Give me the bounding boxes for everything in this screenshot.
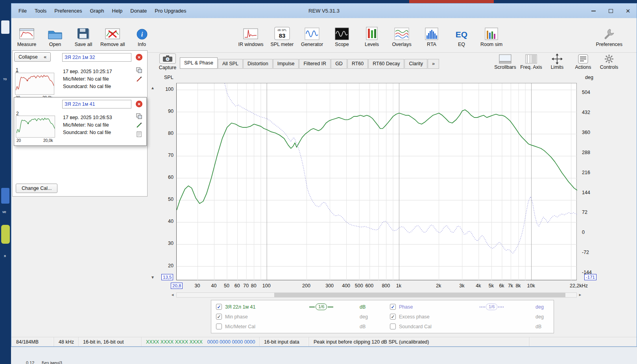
overlays-button[interactable]: Overlays <box>390 24 413 47</box>
freq-axis-tick: 500 <box>355 283 363 289</box>
desktop-icon[interactable] <box>1 20 9 34</box>
svg-text:dB SPL: dB SPL <box>277 29 287 31</box>
spl-smoothing-badge[interactable]: 1/6 <box>309 303 333 310</box>
freq-axis-tick: 800 <box>382 283 390 289</box>
measure-button[interactable]: Measure <box>15 24 38 47</box>
min-phase-checkbox[interactable] <box>216 314 222 320</box>
preferences-button[interactable]: Preferences <box>596 24 622 47</box>
menu-tools[interactable]: Tools <box>31 4 50 18</box>
excess-phase-checkbox[interactable] <box>390 314 396 320</box>
memory-status: 84/184MB <box>11 337 54 346</box>
scroll-right-arrow[interactable]: ► <box>578 293 582 297</box>
tab-distortion[interactable]: Distortion <box>243 59 273 69</box>
phase-trace-checkbox[interactable] <box>390 304 396 310</box>
menu-preferences[interactable]: Preferences <box>50 4 86 18</box>
desktop-icon[interactable] <box>1 188 9 204</box>
eq-button[interactable]: EQ EQ <box>450 24 473 47</box>
phase-smoothing-badge[interactable]: 1/6 <box>480 303 504 310</box>
pan-up-arrow[interactable]: ▲ <box>151 86 155 90</box>
minimize-icon <box>591 11 596 11</box>
excess-phase-cell: Excess phase <box>390 312 480 322</box>
pencil-icon[interactable] <box>136 122 142 128</box>
soundcard-cal-cell: Soundcard Cal <box>390 322 480 331</box>
levels-icon <box>366 24 378 40</box>
tab-all-spl[interactable]: All SPL <box>218 59 243 69</box>
info-button[interactable]: i Info <box>131 24 153 47</box>
capture-button[interactable]: Capture <box>156 53 179 70</box>
soundcard-cal-unit-cell: dB <box>535 322 554 331</box>
scroll-left-arrow[interactable]: ◄ <box>171 293 174 297</box>
menu-graph[interactable]: Graph <box>86 4 108 18</box>
generator-button[interactable]: Generator <box>301 24 323 47</box>
measurement-2-soundcard-cal: Soundcard: No cal file <box>63 130 111 135</box>
trace-options-icon[interactable] <box>136 67 142 73</box>
horizontal-scrollbar[interactable] <box>176 292 577 298</box>
desktop-icon-label: то <box>3 77 7 81</box>
measurement-1-delete-button[interactable] <box>136 54 142 61</box>
spl-axis-tick: 20 <box>159 263 174 268</box>
ir-windows-button[interactable]: IR windows <box>238 24 264 47</box>
tab-rt60[interactable]: RT60 <box>347 59 368 69</box>
collapse-button[interactable]: Collapse « <box>14 52 51 62</box>
change-cal-button[interactable]: Change Cal... <box>16 184 57 193</box>
excess-phase-unit-cell: deg <box>535 312 554 322</box>
save-icon <box>77 24 90 40</box>
scope-button[interactable]: Scope <box>331 24 353 47</box>
background-window-title: Без імені3 <box>42 360 62 364</box>
minimize-button[interactable] <box>585 4 602 18</box>
spl-trace-checkbox[interactable] <box>216 304 222 310</box>
freq-axis-max-label: 22,2kHz <box>570 283 588 289</box>
remove-all-button[interactable]: Remove all <box>100 24 125 47</box>
actions-button[interactable]: Actions <box>572 53 595 70</box>
menu-help[interactable]: Help <box>108 4 127 18</box>
tab-impulse[interactable]: Impulse <box>273 59 299 69</box>
close-button[interactable] <box>619 4 637 18</box>
spl-meter-button[interactable]: dB SPL83 SPL meter <box>270 24 294 47</box>
window-controls <box>585 4 637 18</box>
menu-pro-upgrades[interactable]: Pro Upgrades <box>151 4 190 18</box>
notes-icon[interactable] <box>136 131 142 137</box>
tab-clarity[interactable]: Clarity <box>404 59 427 69</box>
controls-button[interactable]: Controls <box>598 53 620 70</box>
measurement-2-thumbnail[interactable] <box>16 116 55 138</box>
measurement-2-delete-button[interactable] <box>136 101 142 107</box>
freq-axis-tick: 3k <box>459 283 464 289</box>
desktop-icon[interactable] <box>1 225 10 244</box>
freq-axis-button[interactable]: Freq. Axis <box>520 53 543 70</box>
pencil-icon[interactable] <box>136 76 142 82</box>
maximize-button[interactable] <box>602 4 619 18</box>
menu-donate[interactable]: Donate <box>126 4 151 18</box>
spl-axis-tick: 60 <box>159 175 174 180</box>
trace-options-icon[interactable] <box>136 113 142 119</box>
spl-phase-chart[interactable] <box>177 83 577 281</box>
scrollbars-button[interactable]: Scrollbars <box>494 53 517 70</box>
room-sim-button[interactable]: Room sim <box>480 24 503 47</box>
tab-gd[interactable]: GD <box>331 59 347 69</box>
overlays-icon <box>394 24 409 40</box>
deg-axis-tick: 504 <box>582 90 590 95</box>
pan-down-arrow[interactable]: ▼ <box>151 275 155 279</box>
measurement-1-thumbnail[interactable] <box>15 73 54 95</box>
soundcard-cal-checkbox[interactable] <box>390 324 396 329</box>
levels-button[interactable]: Levels <box>360 24 383 47</box>
tab-spl-phase[interactable]: SPL & Phase <box>180 57 218 69</box>
freq-axis-tick: 80 <box>251 283 257 289</box>
limits-button[interactable]: Limits <box>546 53 569 70</box>
save-all-button[interactable]: Save all <box>72 24 95 47</box>
spl-axis-min-box[interactable]: 13,5 <box>161 274 173 280</box>
freq-axis-min-box[interactable]: 20,8 <box>171 283 183 289</box>
menu-file[interactable]: File <box>15 4 31 18</box>
svg-text:83: 83 <box>279 32 285 39</box>
tab-overflow[interactable]: » <box>428 59 439 69</box>
rta-button[interactable]: RTA <box>420 24 443 47</box>
mic-cal-checkbox[interactable] <box>216 324 222 329</box>
measurement-1-name-input[interactable] <box>62 53 131 62</box>
measurement-2-name-input[interactable] <box>62 100 131 108</box>
open-button[interactable]: Open <box>44 24 66 47</box>
measurement-2-card[interactable]: 2 20 20,0k 17 вер. 2025 10:26:53 Mic/Met… <box>14 97 147 146</box>
scrollbar-thumb[interactable] <box>274 293 565 297</box>
spl-phase-plot[interactable] <box>176 83 577 280</box>
tab-filtered-ir[interactable]: Filtered IR <box>299 59 331 69</box>
tab-rt60-decay[interactable]: RT60 Decay <box>368 59 404 69</box>
status-bar: 84/184MB 48 kHz 16-bit in, 16-bit out XX… <box>11 337 637 346</box>
